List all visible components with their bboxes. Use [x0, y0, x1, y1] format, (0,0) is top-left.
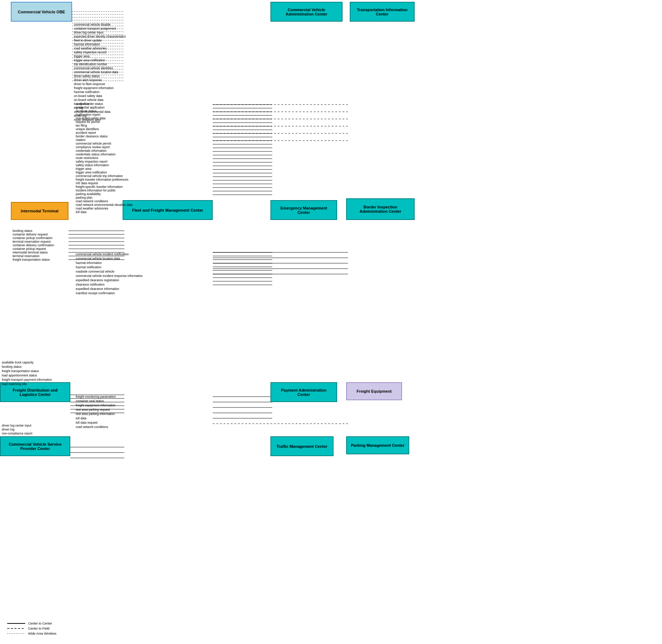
parking-mgmt-node[interactable]: Parking Management Center: [346, 436, 409, 454]
label-parking-plan: parking plan: [76, 196, 92, 199]
label-terminal-reservation-request: terminal reservation request: [13, 240, 50, 243]
commercial-vehicle-admin-node[interactable]: Commercial Vehicle Administration Center: [270, 2, 343, 22]
label-commercial-vehicle-disable: commercial vehicle disable: [74, 23, 111, 26]
label-credential-application: credential application: [76, 106, 105, 109]
label-freight-equipment-info: freight equipment information: [74, 86, 114, 90]
label-cv-repair-status: cv repair status: [76, 109, 97, 113]
label-driver-log2: driver log: [2, 428, 14, 431]
label-safety-status-information: safety status information: [76, 163, 109, 167]
legend-center-to-field: Center to Field: [28, 627, 49, 630]
transportation-info-node[interactable]: Transportation Information Center: [350, 2, 415, 22]
label-non-compliance-report: non-compliance report: [2, 432, 32, 435]
border-inspection-node[interactable]: Border Inspection Administration Center: [346, 198, 415, 220]
label-safety-inspection-report: safety inspection report: [76, 160, 107, 163]
label-freight-monitoring-params: freight monitoring parameters: [76, 395, 116, 398]
label-hazmat-notification2: hazmat notification: [76, 265, 101, 269]
label-clearance-notification: clearance notification: [76, 283, 105, 286]
label-onboard-safety-data: on-board safety data: [74, 94, 102, 98]
label-road-weather-advisories: road weather advisories: [74, 47, 106, 50]
label-freight-transportation-status: freight transportation status: [13, 258, 50, 261]
fleet-freight-label: Fleet and Freight Management Center: [132, 208, 203, 212]
label-roadside-cv: roadside commercial vehicle: [76, 270, 114, 273]
commercial-vehicle-obe-node[interactable]: Commercial Vehicle OBE: [11, 2, 72, 22]
label-trigger-area2: trigger area: [76, 167, 91, 171]
label-booking-status: booking status: [13, 229, 32, 233]
label-available-truck-capacity: available truck capacity: [2, 361, 34, 364]
label-fleet-to-driver-update: fleet to driver update: [74, 39, 102, 42]
label-road-network-env-situation: road network environmental situation dat…: [76, 203, 133, 207]
label-container-pickup-confirmation: container pickup confirmation: [13, 236, 53, 240]
label-freight-transport-status: freight transportation status: [2, 369, 39, 373]
payment-admin-node[interactable]: Payment Administration Center: [270, 382, 337, 402]
border-inspection-label: Border Inspection Administration Center: [350, 205, 410, 213]
label-driver-log-center-input: driver log center input: [74, 31, 103, 34]
label-trigger-area-notification: trigger area notification: [74, 58, 105, 62]
label-driver-alert-response: driver alert response: [74, 78, 102, 82]
label-driver-to-fleet-response: driver to fleet response: [74, 82, 105, 86]
label-credentials-status: credentials status information: [76, 153, 116, 156]
cv-service-provider-label: Commercial Vehicle Service Provider Cent…: [4, 442, 66, 451]
label-safety-inspection-record: safety inspection record: [74, 50, 106, 54]
label-container-delivery-confirmation: container delivery confirmation: [13, 243, 54, 247]
intermodal-terminal-node[interactable]: Intermodal Terminal: [11, 202, 69, 220]
label-road-network-conditions2: road network conditions: [76, 425, 108, 429]
label-trip-identification-number: trip identification number: [74, 62, 107, 66]
legend: Center to Center Center to Field Wide Ar…: [7, 622, 57, 637]
label-toll-data-request: toll data request: [76, 421, 97, 424]
label-expected-driver-identity: expected driver identity characteristics: [74, 35, 126, 38]
freight-distribution-label: Freight Distribution and Logistics Cente…: [4, 388, 66, 397]
label-toll-data2: toll data: [76, 416, 87, 420]
label-non-board-safety-data: non-board safety data: [76, 116, 106, 120]
fleet-freight-node[interactable]: Fleet and Freight Management Center: [123, 200, 213, 220]
label-hazmat-info: hazmat information: [74, 43, 100, 46]
label-driver-safety-status: driver safety status: [74, 74, 100, 78]
label-cv-permit: commercial vehicle permit: [76, 142, 111, 145]
traffic-mgmt-label: Traffic Management Center: [277, 444, 327, 449]
label-load-matching-info: load matching info: [2, 382, 27, 386]
label-accident-report: accident report: [76, 131, 96, 134]
label-expedited-clearance-info: expedited clearance information: [76, 287, 119, 291]
label-route-restrictions: route restrictions: [76, 156, 98, 160]
label-toll-data: toll data: [76, 210, 87, 214]
commercial-vehicle-obe-label: Commercial Vehicle OBE: [18, 10, 65, 14]
commercial-vehicle-admin-label: Commercial Vehicle Administration Center: [275, 8, 338, 16]
emergency-mgmt-node[interactable]: Emergency Management Center: [270, 200, 337, 220]
freight-equipment-node[interactable]: Freight Equipment: [346, 382, 402, 400]
label-intermodal-terminal-status: intermodal terminal status: [13, 251, 48, 254]
label-cv-incident-response: commercial vehicle incident response inf…: [76, 274, 143, 278]
label-mfr-data-request: mfr data request: [76, 181, 98, 185]
label-expedited-clearance-reg: expedited clearance registration: [76, 278, 119, 282]
label-audit-data: audit data: [76, 102, 89, 106]
label-terminal-reservation: terminal reservation: [13, 254, 40, 258]
label-trigger-area: trigger area: [74, 54, 89, 58]
label-rest-area-parking-info: rest area parking information: [76, 412, 115, 416]
freight-equipment-label: Freight Equipment: [357, 389, 392, 393]
parking-mgmt-label: Parking Management Center: [351, 443, 405, 447]
label-compliance-review-report: compliance review report: [76, 145, 110, 149]
label-freight-equipment-info2: freight equipment information: [76, 403, 115, 407]
label-hazmat-information2: hazmat information: [76, 261, 102, 265]
label-incident-info-public: incident information for public: [76, 189, 116, 192]
label-rest-area-parking-request: rest area parking request: [76, 408, 110, 411]
label-cv-incident-notification: commercial vehicle incident notification: [76, 252, 129, 256]
label-road-weather-advisories2: road weather advisories: [76, 207, 108, 210]
legend-wide-area-wireless: Wide Area Wireless: [28, 632, 57, 635]
traffic-mgmt-node[interactable]: Traffic Management Center: [270, 436, 334, 456]
label-container-delivery-request: container delivery request: [13, 233, 48, 236]
label-onboard-vehicle-data: on-board vehicle data: [74, 98, 103, 102]
label-cv-location-data: commercial vehicle location data: [74, 70, 118, 74]
emergency-mgmt-label: Emergency Management Center: [275, 206, 333, 215]
payment-admin-label: Payment Administration Center: [275, 388, 333, 397]
transportation-info-label: Transportation Information Center: [354, 8, 410, 16]
label-freight-transport-payment: freight transport payment information: [2, 378, 52, 381]
label-tax-filing: tax filing: [76, 124, 87, 127]
label-border-clearance-status: border clearance status: [76, 134, 108, 138]
label-booking-status2: booking status: [2, 365, 22, 369]
label-road-network-conditions: road network conditions: [76, 199, 108, 203]
label-cv-identities: commercial vehicle identities: [74, 66, 113, 70]
label-hazmat-notification: hazmat notification: [74, 90, 100, 94]
cv-service-provider-node[interactable]: Commercial Vehicle Service Provider Cent…: [0, 436, 70, 456]
label-unique-identifiers: unique identifiers: [76, 127, 99, 131]
label-load-apportionment-status: load apportionment status: [2, 374, 37, 377]
label-citation: citation: [76, 138, 85, 142]
